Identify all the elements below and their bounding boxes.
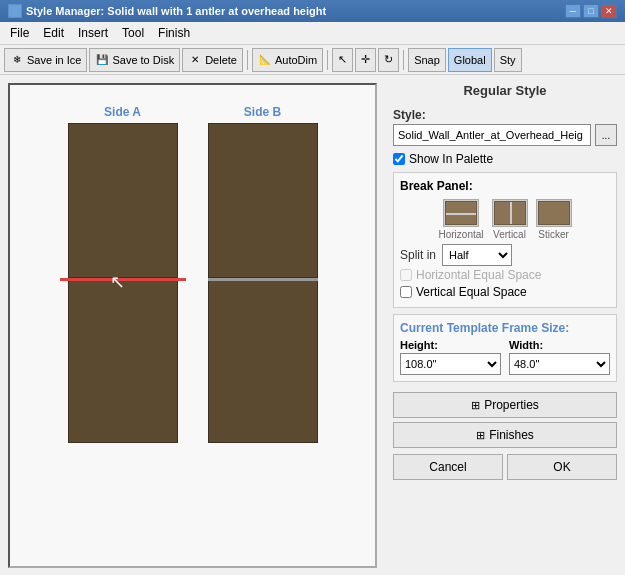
properties-icon: ⊞ xyxy=(471,399,480,412)
toolbar-separator-3 xyxy=(403,50,404,70)
frame-size-section: Current Template Frame Size: Height: 108… xyxy=(393,314,617,382)
main-content: Side A ↖ Side B xyxy=(0,75,625,575)
window-title: Style Manager: Solid wall with 1 antler … xyxy=(26,5,326,17)
break-panel-title: Break Panel: xyxy=(400,179,610,193)
horizontal-break-button[interactable] xyxy=(443,199,479,227)
global-button[interactable]: Global xyxy=(448,48,492,72)
action-buttons: ⊞ Properties ⊞ Finishes Cancel OK xyxy=(393,392,617,480)
menu-bar: File Edit Insert Tool Finish xyxy=(0,22,625,45)
vert-equal-space-label: Vertical Equal Space xyxy=(416,285,527,299)
bottom-buttons: Cancel OK xyxy=(393,454,617,480)
title-bar-left: Style Manager: Solid wall with 1 antler … xyxy=(8,4,326,18)
horiz-equal-space-row: Horizontal Equal Space xyxy=(400,268,610,282)
split-in-label: Split in xyxy=(400,248,436,262)
snap-button[interactable]: Snap xyxy=(408,48,446,72)
browse-button[interactable]: ... xyxy=(595,124,617,146)
width-select[interactable]: 48.0" 36.0" 24.0" xyxy=(509,353,610,375)
sticker-break-label: Sticker xyxy=(538,229,569,240)
menu-finish[interactable]: Finish xyxy=(152,24,196,42)
cancel-button[interactable]: Cancel xyxy=(393,454,503,480)
save-disk-button[interactable]: 💾 Save to Disk xyxy=(89,48,180,72)
cursor-icon: ↖ xyxy=(338,53,347,66)
menu-insert[interactable]: Insert xyxy=(72,24,114,42)
delete-icon: ✕ xyxy=(188,53,202,67)
style-field-row: Style: ... xyxy=(393,108,617,146)
section-title: Regular Style xyxy=(393,83,617,102)
horiz-equal-space-checkbox xyxy=(400,269,412,281)
vert-equal-space-checkbox[interactable] xyxy=(400,286,412,298)
style-input[interactable] xyxy=(393,124,591,146)
move-icon: ✛ xyxy=(361,53,370,66)
side-b-label: Side B xyxy=(244,105,281,119)
split-row: Split in Half Third Quarter xyxy=(400,244,610,266)
style-input-row: ... xyxy=(393,124,617,146)
autodim-button[interactable]: 📐 AutoDim xyxy=(252,48,323,72)
cursor-tool[interactable]: ↖ xyxy=(332,48,353,72)
vert-equal-space-row: Vertical Equal Space xyxy=(400,285,610,299)
canvas-inner: Side A ↖ Side B xyxy=(10,85,375,566)
rotate-tool[interactable]: ↻ xyxy=(378,48,399,72)
sticker-break-icon xyxy=(538,201,570,225)
show-in-palette-row: Show In Palette xyxy=(393,152,617,166)
side-a-label: Side A xyxy=(104,105,141,119)
close-button[interactable]: ✕ xyxy=(601,4,617,18)
right-panel: Regular Style Style: ... Show In Palette… xyxy=(385,75,625,575)
width-label: Width: xyxy=(509,339,610,351)
sticker-break-button[interactable] xyxy=(536,199,572,227)
equal-space-section: Horizontal Equal Space Vertical Equal Sp… xyxy=(400,266,610,301)
horizontal-break-icon xyxy=(445,201,477,225)
split-in-select[interactable]: Half Third Quarter xyxy=(442,244,512,266)
vertical-break-button[interactable] xyxy=(492,199,528,227)
ok-button[interactable]: OK xyxy=(507,454,617,480)
save-ice-button[interactable]: ❄ Save in Ice xyxy=(4,48,87,72)
side-b-section: Side B xyxy=(208,105,318,443)
menu-edit[interactable]: Edit xyxy=(37,24,70,42)
vertical-break-item: Vertical xyxy=(492,199,528,240)
toolbar-separator-1 xyxy=(247,50,248,70)
side-a-section: Side A ↖ xyxy=(68,105,178,443)
frame-size-title: Current Template Frame Size: xyxy=(400,321,610,335)
side-a-panel: ↖ xyxy=(68,123,178,443)
move-tool[interactable]: ✛ xyxy=(355,48,376,72)
height-select[interactable]: 108.0" 96.0" 84.0" xyxy=(400,353,501,375)
minimize-button[interactable]: ─ xyxy=(565,4,581,18)
save-disk-icon: 💾 xyxy=(95,53,109,67)
menu-tool[interactable]: Tool xyxy=(116,24,150,42)
side-a-top xyxy=(68,123,178,278)
properties-button[interactable]: ⊞ Properties xyxy=(393,392,617,418)
horizontal-break-item: Horizontal xyxy=(438,199,483,240)
show-in-palette-label: Show In Palette xyxy=(409,152,493,166)
mouse-cursor: ↖ xyxy=(110,271,125,293)
save-ice-icon: ❄ xyxy=(10,53,24,67)
vertical-break-icon xyxy=(494,201,526,225)
finishes-button[interactable]: ⊞ Finishes xyxy=(393,422,617,448)
height-col: Height: 108.0" 96.0" 84.0" xyxy=(400,339,501,375)
toolbar-separator-2 xyxy=(327,50,328,70)
autodim-icon: 📐 xyxy=(258,53,272,67)
finishes-icon: ⊞ xyxy=(476,429,485,442)
app-icon xyxy=(8,4,22,18)
title-bar: Style Manager: Solid wall with 1 antler … xyxy=(0,0,625,22)
frame-size-row: Height: 108.0" 96.0" 84.0" Width: 48.0" … xyxy=(400,339,610,375)
sticker-break-item: Sticker xyxy=(536,199,572,240)
horiz-equal-space-label: Horizontal Equal Space xyxy=(416,268,541,282)
delete-button[interactable]: ✕ Delete xyxy=(182,48,243,72)
side-b-top xyxy=(208,123,318,278)
title-bar-controls[interactable]: ─ □ ✕ xyxy=(565,4,617,18)
style-field-label: Style: xyxy=(393,108,617,122)
horizontal-break-label: Horizontal xyxy=(438,229,483,240)
side-b-bottom xyxy=(208,281,318,443)
rotate-icon: ↻ xyxy=(384,53,393,66)
maximize-button[interactable]: □ xyxy=(583,4,599,18)
menu-file[interactable]: File xyxy=(4,24,35,42)
style-button[interactable]: Sty xyxy=(494,48,522,72)
canvas-panel[interactable]: Side A ↖ Side B xyxy=(8,83,377,568)
height-label: Height: xyxy=(400,339,501,351)
side-a-bottom xyxy=(68,281,178,443)
toolbar: ❄ Save in Ice 💾 Save to Disk ✕ Delete 📐 … xyxy=(0,45,625,75)
side-b-panel xyxy=(208,123,318,443)
break-panel-section: Break Panel: Horizontal Vertical xyxy=(393,172,617,308)
vertical-break-label: Vertical xyxy=(493,229,526,240)
show-in-palette-checkbox[interactable] xyxy=(393,153,405,165)
width-col: Width: 48.0" 36.0" 24.0" xyxy=(509,339,610,375)
